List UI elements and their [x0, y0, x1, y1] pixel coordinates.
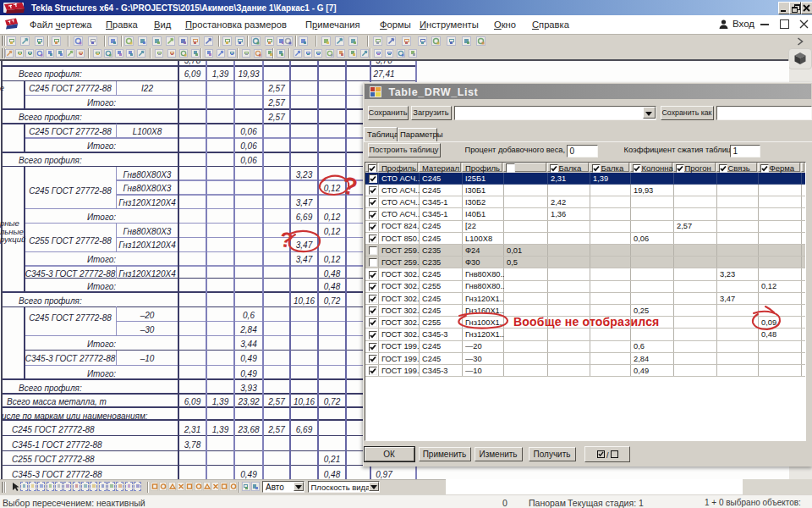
svg-text:?: ?	[339, 171, 359, 201]
